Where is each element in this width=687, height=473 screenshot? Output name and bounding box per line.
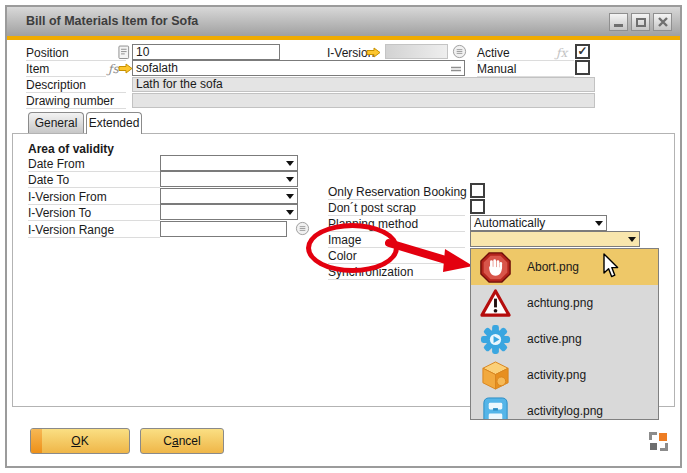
gear-play-icon <box>480 324 511 355</box>
abort-stop-icon <box>480 252 511 283</box>
manual-label: Manual <box>477 62 574 77</box>
annotation-arrow <box>385 235 477 277</box>
mouse-cursor <box>601 253 620 280</box>
planning-method-combo[interactable]: Automatically <box>470 215 607 231</box>
dont-post-scrap-checkbox[interactable] <box>470 199 485 214</box>
chevron-down-icon <box>286 210 294 219</box>
choose-from-list-icon[interactable] <box>118 45 130 60</box>
resize-form-icon[interactable] <box>648 431 669 452</box>
dont-post-scrap-label: Don´t post scrap <box>328 201 465 216</box>
link-arrow-icon[interactable] <box>118 63 133 74</box>
chevron-down-icon <box>286 194 294 203</box>
ok-button-label: OK <box>71 434 88 448</box>
section-title: Area of validity <box>28 142 114 156</box>
cancel-button-label: Cancel <box>163 434 200 448</box>
chevron-down-icon <box>286 177 294 186</box>
iversion-range-label: I-Version Range <box>28 223 160 238</box>
position-input[interactable]: 10 <box>132 44 280 60</box>
chevron-down-icon <box>286 161 294 170</box>
focus-strip <box>31 429 42 453</box>
iversion-input <box>385 44 448 59</box>
link-arrow-icon[interactable] <box>366 47 381 58</box>
image-dropdown-list: Abort.png achtung.png active.png activ <box>470 248 659 420</box>
list-item-activity[interactable]: activity.png <box>471 357 658 393</box>
cancel-button[interactable]: Cancel <box>140 428 224 454</box>
date-to-label: Date To <box>28 173 160 188</box>
only-reservation-booking-checkbox[interactable] <box>470 183 485 198</box>
tab-general[interactable]: General <box>28 112 84 133</box>
list-item-active[interactable]: active.png <box>471 321 658 357</box>
minimize-button[interactable] <box>609 13 628 31</box>
selection-list-icon[interactable] <box>295 221 310 236</box>
formula-icon: ƒx <box>556 46 567 60</box>
list-item-abort[interactable]: Abort.png <box>471 249 658 285</box>
minimize-icon <box>614 24 623 27</box>
position-label: Position <box>26 46 126 61</box>
close-button[interactable] <box>653 13 672 31</box>
list-item-achtung[interactable]: achtung.png <box>471 285 658 321</box>
image-combo[interactable] <box>470 231 640 247</box>
close-icon <box>658 17 668 27</box>
drawing-number-label: Drawing number <box>26 94 126 109</box>
item-label: Item <box>26 62 106 77</box>
list-item-activitylog[interactable]: activitylog.png <box>471 393 658 420</box>
list-item-label: Abort.png <box>527 260 579 274</box>
iversion-to-combo[interactable] <box>160 204 298 220</box>
iversion-from-combo[interactable] <box>160 188 298 204</box>
iversion-range-input[interactable] <box>160 221 287 237</box>
iversion-to-label: I-Version To <box>28 206 160 221</box>
description-label: Description <box>26 78 126 93</box>
description-field: Lath for the sofa <box>132 77 595 92</box>
item-input[interactable]: sofalath <box>132 60 465 76</box>
chevron-down-icon <box>595 221 603 230</box>
equals-icon[interactable] <box>450 65 462 73</box>
active-checkbox[interactable]: ✓ <box>575 44 590 59</box>
bom-item-dialog: Bill of Materials Item for Sofa Position… <box>5 5 682 468</box>
list-item-label: achtung.png <box>527 296 593 310</box>
list-item-label: activitylog.png <box>527 404 603 418</box>
cube-icon <box>480 360 511 391</box>
date-from-label: Date From <box>28 157 160 172</box>
list-item-label: activity.png <box>527 368 586 382</box>
window-title: Bill of Materials Item for Sofa <box>26 14 198 28</box>
selection-list-icon[interactable] <box>452 44 467 59</box>
manual-checkbox[interactable] <box>575 60 590 75</box>
drawer-icon <box>480 396 511 421</box>
ok-button[interactable]: OK <box>30 428 130 454</box>
maximize-button[interactable] <box>631 13 650 31</box>
chevron-down-icon <box>628 237 636 246</box>
title-bar[interactable]: Bill of Materials Item for Sofa <box>7 7 680 36</box>
warning-triangle-icon <box>480 288 511 319</box>
drawing-number-field <box>132 93 595 108</box>
date-from-combo[interactable] <box>160 155 298 171</box>
maximize-icon <box>636 18 646 27</box>
tab-extended[interactable]: Extended <box>86 112 142 134</box>
date-to-combo[interactable] <box>160 171 298 187</box>
accent-bar <box>7 36 680 40</box>
iversion-from-label: I-Version From <box>28 190 160 205</box>
list-item-label: active.png <box>527 332 582 346</box>
only-reservation-booking-label: Only Reservation Booking <box>328 185 465 200</box>
